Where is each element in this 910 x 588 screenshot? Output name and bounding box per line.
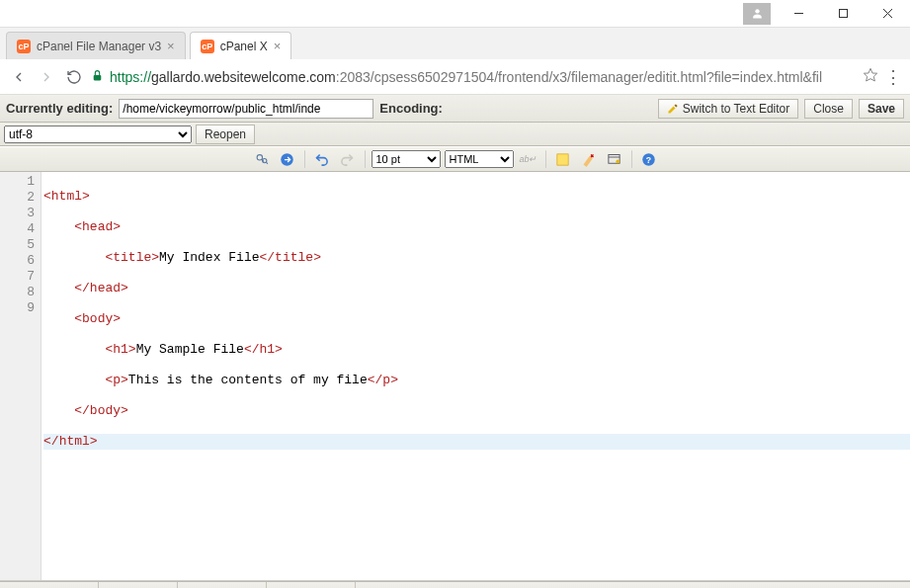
lock-icon: [91, 69, 104, 85]
window-titlebar: [0, 0, 910, 28]
editor-header-bar: Currently editing: Encoding: Switch to T…: [0, 95, 910, 123]
position-value: Ln 9, Ch 2: [99, 582, 178, 588]
currently-editing-label: Currently editing:: [0, 101, 119, 116]
goto-line-icon[interactable]: [277, 149, 298, 169]
menu-dots-icon[interactable]: ⋮: [884, 66, 902, 88]
preferences-icon[interactable]: [604, 149, 625, 169]
word-wrap-icon[interactable]: ab↵: [518, 149, 539, 169]
svg-text:?: ?: [646, 154, 651, 164]
browser-tab-inactive[interactable]: cP cPanel File Manager v3 ×: [6, 32, 186, 59]
window-close-button[interactable]: [866, 0, 910, 28]
encoding-label: Encoding:: [373, 101, 449, 116]
forward-icon[interactable]: [36, 66, 57, 88]
find-icon[interactable]: [251, 149, 273, 169]
position-label: Position:: [0, 582, 99, 588]
status-bar: Position: Ln 9, Ch 2 Total: Ln 9, Ch 159: [0, 581, 910, 588]
code-editor[interactable]: 1 2 3 4 5 6 7 8 9 <html> <head> <title>M…: [0, 172, 910, 581]
help-icon[interactable]: ?: [638, 149, 660, 169]
back-icon[interactable]: [8, 66, 30, 88]
pencil-icon: [667, 103, 679, 115]
browser-tab-active[interactable]: cP cPanel X ×: [190, 32, 292, 59]
encoding-bar: utf-8 Reopen: [0, 123, 910, 146]
svg-marker-6: [864, 68, 876, 81]
line-number-gutter: 1 2 3 4 5 6 7 8 9: [0, 172, 41, 580]
cpanel-favicon-icon: cP: [17, 40, 31, 53]
clear-icon[interactable]: [578, 149, 600, 169]
switch-to-text-editor-button[interactable]: Switch to Text Editor: [658, 99, 799, 119]
user-profile-icon[interactable]: [743, 3, 771, 25]
redo-icon[interactable]: [337, 149, 359, 169]
save-button[interactable]: Save: [859, 99, 904, 119]
browser-address-bar: https://gallardo.websitewelcome.com:2083…: [0, 59, 910, 95]
close-icon[interactable]: ×: [274, 39, 282, 53]
reopen-button[interactable]: Reopen: [196, 125, 255, 144]
editor-toolbar: 10 pt HTML ab↵ ?: [0, 146, 910, 172]
svg-line-10: [266, 162, 268, 164]
reload-icon[interactable]: [63, 66, 85, 88]
bookmark-star-icon[interactable]: [863, 67, 878, 86]
close-button[interactable]: Close: [804, 99, 853, 119]
syntax-select[interactable]: HTML: [445, 150, 514, 168]
svg-rect-2: [840, 10, 848, 18]
code-area[interactable]: <html> <head> <title>My Index File</titl…: [41, 172, 910, 580]
close-icon[interactable]: ×: [167, 39, 175, 53]
browser-tabstrip: cP cPanel File Manager v3 × cP cPanel X …: [0, 28, 910, 59]
svg-rect-5: [94, 74, 102, 79]
file-path-input[interactable]: [119, 99, 373, 119]
window-minimize-button[interactable]: [777, 0, 821, 28]
svg-rect-12: [557, 153, 568, 164]
tab-label: cPanel File Manager v3: [37, 40, 161, 53]
tab-label: cPanel X: [220, 40, 268, 53]
cpanel-favicon-icon: cP: [201, 40, 214, 53]
total-label: Total:: [178, 582, 267, 588]
svg-point-7: [257, 154, 262, 159]
undo-icon[interactable]: [311, 149, 333, 169]
total-value: Ln 9, Ch 159: [267, 582, 356, 588]
font-size-select[interactable]: 10 pt: [372, 150, 441, 168]
window-maximize-button[interactable]: [821, 0, 866, 28]
encoding-select[interactable]: utf-8: [4, 126, 192, 143]
svg-point-15: [616, 159, 620, 163]
url-display[interactable]: https://gallardo.websitewelcome.com:2083…: [110, 69, 857, 85]
highlight-icon[interactable]: [552, 149, 574, 169]
svg-point-0: [755, 9, 759, 13]
